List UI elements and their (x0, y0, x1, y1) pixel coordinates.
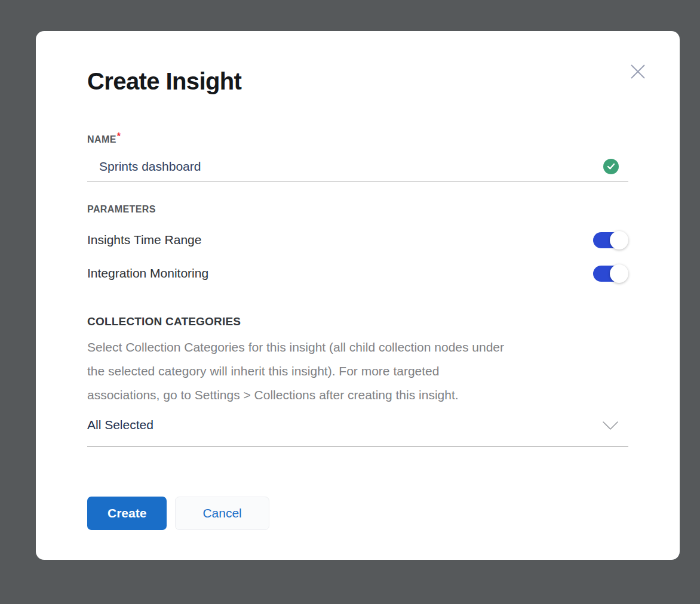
name-input-row[interactable]: Sprints dashboard (87, 151, 628, 181)
required-asterisk: * (117, 131, 121, 141)
toggle-knob (610, 231, 628, 249)
modal-title: Create Insight (87, 67, 628, 95)
toggle-knob (610, 264, 628, 283)
collection-categories-label: COLLECTION CATEGORIES (87, 314, 628, 329)
dropdown-selected-value: All Selected (87, 417, 153, 433)
parameters-label: PARAMETERS (87, 203, 628, 216)
create-insight-modal: Create Insight NAME* Sprints dashboard P… (36, 31, 680, 560)
description-line: the selected category will inherit this … (87, 359, 628, 383)
description-line: associations, go to Settings > Collectio… (87, 383, 628, 407)
name-label: NAME* (87, 130, 628, 146)
action-buttons: Create Cancel (87, 497, 628, 530)
param-row-integration-monitoring: Integration Monitoring (87, 257, 628, 290)
collection-categories-dropdown[interactable]: All Selected (87, 415, 628, 447)
toggle-integration-monitoring[interactable] (593, 266, 627, 282)
param-label: Insights Time Range (87, 232, 201, 248)
toggle-insights-time-range[interactable] (593, 232, 627, 248)
chevron-down-icon (602, 421, 619, 430)
close-x-glyph (629, 63, 647, 81)
name-label-text: NAME (87, 134, 116, 144)
collection-categories-description: Select Collection Categories for this in… (87, 335, 628, 407)
valid-check-icon (603, 159, 619, 174)
param-label: Integration Monitoring (87, 265, 208, 282)
create-button[interactable]: Create (87, 497, 167, 530)
description-line: Select Collection Categories for this in… (87, 335, 628, 359)
parameters-list: Insights Time Range Integration Monitori… (87, 223, 628, 290)
close-icon[interactable] (627, 61, 649, 82)
name-input[interactable]: Sprints dashboard (99, 158, 603, 175)
param-row-insights-time-range: Insights Time Range (87, 223, 628, 257)
cancel-button[interactable]: Cancel (175, 497, 269, 530)
checkmark-glyph (607, 163, 615, 170)
